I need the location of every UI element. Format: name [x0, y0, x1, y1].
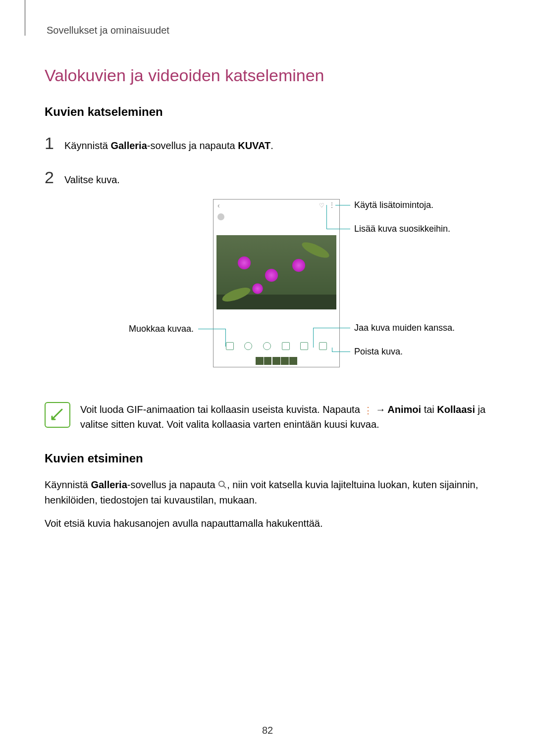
step-1-text: Käynnistä Galleria-sovellus ja napauta K…	[64, 138, 273, 153]
subheading-viewing: Kuvien katseleminen	[45, 105, 490, 119]
margin-rule	[25, 0, 25, 36]
section-title: Valokuvien ja videoiden katseleminen	[45, 66, 490, 85]
search-paragraph-1: Käynnistä Galleria-sovellus ja napauta ,…	[45, 477, 490, 508]
step-1: 1 Käynnistä Galleria-sovellus ja napauta…	[45, 131, 490, 156]
more-menu-icon: ⋮	[364, 409, 373, 412]
note-box: Voit luoda GIF-animaation tai kollaasin …	[45, 402, 490, 432]
step-number: 1	[45, 131, 64, 156]
info-icon	[263, 342, 271, 350]
subheading-search: Kuvien etsiminen	[45, 452, 490, 465]
phone-toolbar	[214, 340, 339, 352]
svg-line-2	[224, 486, 226, 489]
step-2-text: Valitse kuva.	[64, 172, 120, 187]
note-text: Voit luoda GIF-animaation tai kollaasin …	[80, 402, 490, 432]
edit-icon	[226, 342, 234, 350]
bixby-icon	[217, 213, 224, 220]
breadcrumb: Sovellukset ja ominaisuudet	[47, 25, 490, 36]
note-icon	[45, 402, 70, 428]
photo-preview	[216, 235, 336, 309]
crop-icon	[282, 342, 290, 350]
delete-icon	[319, 342, 327, 350]
thumbnail-strip	[256, 357, 297, 365]
phone-topbar: ‹ ♡ ⋮	[214, 200, 339, 211]
phone-mockup: ‹ ♡ ⋮	[213, 199, 340, 367]
callout-more: Käytä lisätoimintoja.	[354, 200, 433, 210]
callout-edit: Muokkaa kuvaa.	[129, 324, 194, 334]
svg-point-1	[219, 481, 224, 487]
callout-share: Jaa kuva muiden kanssa.	[354, 323, 455, 333]
callout-delete: Poista kuva.	[354, 347, 403, 357]
search-icon	[218, 480, 227, 489]
favorite-icon: ♡	[319, 202, 324, 209]
effects-icon	[244, 342, 252, 350]
search-paragraph-2: Voit etsiä kuvia hakusanojen avulla napa…	[45, 516, 490, 531]
screenshot-diagram: ‹ ♡ ⋮	[45, 199, 490, 387]
step-2: 2 Valitse kuva.	[45, 165, 490, 190]
share-icon	[300, 342, 308, 350]
callout-favorite: Lisää kuva suosikkeihin.	[354, 224, 450, 234]
back-icon: ‹	[217, 202, 220, 209]
step-number: 2	[45, 165, 64, 190]
page-number: 82	[262, 725, 273, 736]
more-icon: ⋮	[328, 204, 335, 207]
